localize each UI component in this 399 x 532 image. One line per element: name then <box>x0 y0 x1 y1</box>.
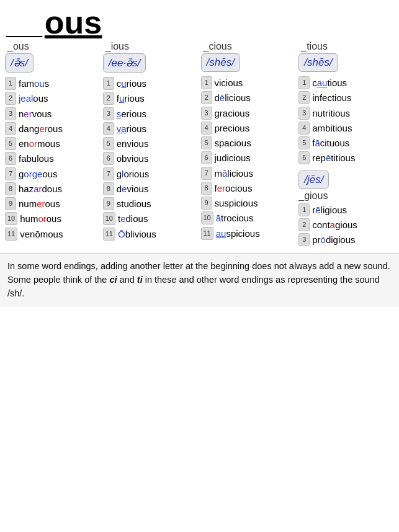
num-badge: 2 <box>298 218 310 231</box>
list-item: 2jealous <box>5 91 101 105</box>
num-badge: 2 <box>103 92 114 105</box>
num-badge: 10 <box>201 211 213 224</box>
list-item: 5envious <box>103 136 199 151</box>
num-badge: 2 <box>5 92 16 105</box>
list-item: 5enormous <box>5 136 101 151</box>
word-text: serious <box>117 107 146 121</box>
num-badge: 11 <box>103 228 115 241</box>
list-item: 9studious <box>103 197 199 211</box>
list-item: 4ambitious <box>298 121 394 135</box>
num-badge: 1 <box>201 76 212 89</box>
list-item: 8devious <box>103 182 199 196</box>
gious-header: _gious <box>298 190 394 202</box>
word-text: dēlicious <box>215 91 251 105</box>
num-badge: 6 <box>103 152 114 165</box>
num-badge: 3 <box>201 107 212 120</box>
num-badge: 5 <box>298 136 310 149</box>
list-item: 3prōdigious <box>298 233 394 247</box>
word-text: suspicious <box>215 196 258 210</box>
num-badge: 4 <box>201 122 212 135</box>
word-text: ferocious <box>215 181 253 195</box>
list-item: 7glorious <box>103 167 199 181</box>
num-badge: 6 <box>5 152 16 165</box>
num-badge: 8 <box>103 182 114 195</box>
num-badge: 11 <box>201 227 213 240</box>
title-blank: __ <box>6 6 42 38</box>
word-text: furious <box>117 91 145 105</box>
num-badge: 2 <box>298 91 310 104</box>
list-item: 1rēligious <box>298 203 394 217</box>
list-item: 5fācituous <box>298 136 394 150</box>
word-text: mālicious <box>215 166 254 180</box>
list-item: 1famous <box>5 76 101 91</box>
num-badge: 8 <box>201 182 212 195</box>
word-text: fabulous <box>19 151 54 166</box>
list-item: 4precious <box>201 121 297 135</box>
col-cious-header: _cious <box>201 41 232 52</box>
word-text: devious <box>117 182 149 196</box>
num-badge: 5 <box>5 137 16 150</box>
word-text: gracious <box>215 106 250 120</box>
list-item: 6judicious <box>201 151 297 165</box>
col-ous-header: _ous <box>5 41 29 52</box>
num-badge: 1 <box>5 77 16 90</box>
word-text: numerous <box>19 197 60 211</box>
word-text: famous <box>19 76 49 91</box>
list-item: 3serious <box>103 107 199 121</box>
col-ious-header: _ious <box>103 41 129 52</box>
num-badge: 6 <box>201 151 212 164</box>
list-item: 1vicious <box>201 76 297 90</box>
word-text: auspicious <box>216 226 260 241</box>
col-ious-words: 1curious 2furious 3serious 4various 5env… <box>103 76 199 241</box>
list-item: 7mālicious <box>201 166 297 180</box>
list-item: 6fabulous <box>5 151 101 166</box>
list-item: 4dangerous <box>5 122 101 136</box>
word-text: venōmous <box>20 227 63 241</box>
num-badge: 1 <box>298 203 310 216</box>
word-text: contagious <box>312 218 357 232</box>
word-text: various <box>117 122 146 136</box>
num-badge: 3 <box>103 107 114 120</box>
col-cious: _cious /shēs/ 1vicious 2dēlicious 3graci… <box>200 41 298 247</box>
word-text: ātrocious <box>216 211 254 225</box>
num-badge: 3 <box>298 233 310 246</box>
list-item: 7gorgeous <box>5 167 101 181</box>
columns-container: _ous /ə̄s/ 1famous 2jealous 3nervous 4da… <box>0 38 399 249</box>
word-text: cautious <box>312 76 347 90</box>
num-badge: 9 <box>5 197 16 210</box>
num-badge: 5 <box>103 137 114 150</box>
gious-section: /jēs/ _gious 1rēligious 2contagious 3prō… <box>298 171 394 247</box>
list-item: 3nervous <box>5 107 101 121</box>
list-item: 4various <box>103 122 199 136</box>
num-badge: 6 <box>298 151 310 164</box>
col-tious-words: 1cautious 2infectious 3nutritious 4ambit… <box>298 76 394 166</box>
list-item: 3gracious <box>201 106 297 120</box>
num-badge: 5 <box>201 136 212 149</box>
list-item: 6repētitious <box>298 151 394 165</box>
word-text: prōdigious <box>312 233 355 247</box>
word-text: curious <box>117 76 146 91</box>
col-ous: _ous /ə̄s/ 1famous 2jealous 3nervous 4da… <box>4 41 102 247</box>
word-text: spacious <box>215 136 251 150</box>
num-badge: 2 <box>201 91 212 104</box>
num-badge: 11 <box>5 228 17 241</box>
main-title: __ous <box>0 0 399 38</box>
list-item: 3nutritious <box>298 106 394 120</box>
num-badge: 9 <box>103 197 114 210</box>
list-item: 2infectious <box>298 91 394 105</box>
list-item: 2contagious <box>298 218 394 232</box>
col-tious-pron: /shēs/ <box>298 53 338 72</box>
word-text: studious <box>117 197 151 211</box>
word-text: repētitious <box>312 151 355 165</box>
list-item: 1curious <box>103 76 199 91</box>
list-item: 6obvious <box>103 151 199 166</box>
word-text: infectious <box>312 91 351 105</box>
num-badge: 1 <box>298 76 310 89</box>
num-badge: 10 <box>103 212 115 225</box>
list-item: 10ātrocious <box>201 211 297 225</box>
list-item: 10tedious <box>103 211 199 226</box>
list-item: 5spacious <box>201 136 297 150</box>
num-badge: 4 <box>5 122 16 135</box>
word-text: fācituous <box>312 136 349 150</box>
list-item: 11auspicious <box>201 226 297 241</box>
